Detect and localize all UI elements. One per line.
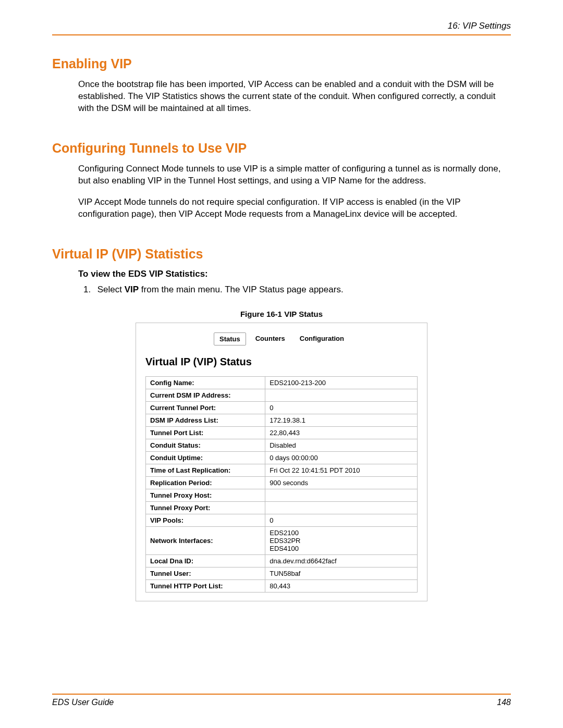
para-enabling-vip: Once the bootstrap file has been importe…	[78, 79, 511, 115]
step-1-pre: Select	[97, 285, 125, 294]
para-tunnels-1: Configuring Connect Mode tunnels to use …	[78, 163, 511, 187]
row-key: Tunnel User:	[146, 567, 265, 579]
row-key: Config Name:	[146, 376, 265, 389]
row-value: EDS2100-213-200	[265, 376, 418, 389]
tab-configuration[interactable]: Configuration	[295, 332, 349, 346]
page-header-right: 16: VIP Settings	[52, 21, 511, 31]
vip-status-panel: Status Counters Configuration Virtual IP…	[136, 323, 427, 601]
table-row: Time of Last Replication:Fri Oct 22 10:4…	[146, 464, 418, 476]
heading-configuring-tunnels: Configuring Tunnels to Use VIP	[52, 141, 511, 156]
tab-status[interactable]: Status	[214, 332, 246, 346]
row-value: 0 days 00:00:00	[265, 451, 418, 464]
row-key: Time of Last Replication:	[146, 464, 265, 476]
row-key: Tunnel HTTP Port List:	[146, 579, 265, 592]
row-key: VIP Pools:	[146, 514, 265, 526]
row-value: TUN58baf	[265, 567, 418, 579]
page-footer: EDS User Guide 148	[52, 690, 511, 707]
row-value: 0	[265, 514, 418, 526]
row-key: DSM IP Address List:	[146, 414, 265, 426]
table-row: Tunnel Proxy Host:	[146, 489, 418, 501]
step-1-bold: VIP	[125, 285, 139, 294]
row-value: EDS2100 EDS32PR EDS4100	[265, 526, 418, 554]
row-value: 22,80,443	[265, 426, 418, 439]
table-row: Tunnel Port List:22,80,443	[146, 426, 418, 439]
heading-vip-statistics: Virtual IP (VIP) Statistics	[52, 246, 511, 262]
table-row: Tunnel Proxy Port:	[146, 501, 418, 514]
row-key: Conduit Uptime:	[146, 451, 265, 464]
row-key: Current DSM IP Address:	[146, 389, 265, 401]
heading-enabling-vip: Enabling VIP	[52, 56, 511, 71]
figure-caption: Figure 16-1 VIP Status	[52, 310, 511, 318]
row-key: Tunnel Proxy Host:	[146, 489, 265, 501]
footer-left: EDS User Guide	[52, 698, 114, 707]
table-row: VIP Pools:0	[146, 514, 418, 526]
tab-counters[interactable]: Counters	[250, 332, 290, 346]
status-table: Config Name:EDS2100-213-200Current DSM I…	[145, 376, 418, 593]
table-row: Tunnel HTTP Port List:80,443	[146, 579, 418, 592]
row-value: Fri Oct 22 10:41:51 PDT 2010	[265, 464, 418, 476]
table-row: Config Name:EDS2100-213-200	[146, 376, 418, 389]
step-1: 1. Select VIP from the main menu. The VI…	[83, 285, 511, 295]
header-rule	[52, 34, 511, 35]
table-row: Current Tunnel Port:0	[146, 401, 418, 414]
row-value	[265, 389, 418, 401]
table-row: Tunnel User:TUN58baf	[146, 567, 418, 579]
row-value: Disabled	[265, 439, 418, 451]
row-key: Tunnel Proxy Port:	[146, 501, 265, 514]
row-key: Replication Period:	[146, 476, 265, 489]
row-value: dna.dev.rnd:d6642facf	[265, 554, 418, 567]
row-value	[265, 501, 418, 514]
table-row: Network Interfaces:EDS2100 EDS32PR EDS41…	[146, 526, 418, 554]
row-key: Network Interfaces:	[146, 526, 265, 554]
step-1-post: from the main menu. The VIP Status page …	[139, 285, 344, 294]
row-value: 900 seconds	[265, 476, 418, 489]
row-value: 172.19.38.1	[265, 414, 418, 426]
table-row: Current DSM IP Address:	[146, 389, 418, 401]
row-value: 80,443	[265, 579, 418, 592]
row-key: Tunnel Port List:	[146, 426, 265, 439]
tab-bar: Status Counters Configuration	[145, 332, 418, 346]
table-row: Conduit Uptime:0 days 00:00:00	[146, 451, 418, 464]
panel-title: Virtual IP (VIP) Status	[145, 356, 418, 368]
footer-rule	[52, 694, 511, 695]
table-row: DSM IP Address List:172.19.38.1	[146, 414, 418, 426]
stats-intro: To view the EDS VIP Statistics:	[78, 269, 511, 279]
row-value	[265, 489, 418, 501]
para-tunnels-2: VIP Accept Mode tunnels do not require s…	[78, 196, 511, 220]
row-value: 0	[265, 401, 418, 414]
footer-page-number: 148	[497, 698, 511, 707]
table-row: Replication Period:900 seconds	[146, 476, 418, 489]
row-key: Local Dna ID:	[146, 554, 265, 567]
row-key: Current Tunnel Port:	[146, 401, 265, 414]
row-key: Conduit Status:	[146, 439, 265, 451]
table-row: Local Dna ID:dna.dev.rnd:d6642facf	[146, 554, 418, 567]
table-row: Conduit Status:Disabled	[146, 439, 418, 451]
